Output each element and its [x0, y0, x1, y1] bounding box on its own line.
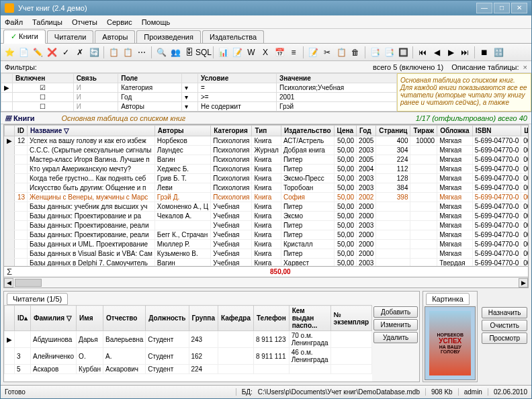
add-button[interactable]: Добавить — [373, 306, 418, 318]
table-row[interactable]: 13Женщины с Венеры, мужчины с МарсГрэй Д… — [5, 193, 529, 202]
toolbar-icon[interactable]: 📋 — [335, 46, 347, 58]
table-row[interactable]: Базы данных: Проектирование и раЧекалов … — [5, 212, 529, 221]
readers-grid[interactable]: ID▴Фамилия ▽ИмяОтчествоДолжностьГруппаКа… — [4, 305, 372, 382]
toolbar-icon[interactable]: ▶ — [445, 46, 457, 58]
toolbar-icon[interactable]: ⏮ — [416, 46, 429, 58]
toolbar-icon[interactable]: ✂ — [321, 46, 333, 58]
toolbar-icon[interactable]: 🗑 — [349, 46, 361, 58]
clear-button[interactable]: Очистить — [482, 320, 527, 331]
status-db-label: БД: — [236, 388, 253, 396]
close-button[interactable]: ✕ — [511, 3, 527, 13]
toolbar-icon[interactable]: 🗄 — [183, 46, 195, 58]
filter-row[interactable]: ☐ИАвторы▾Не содержитГрэй — [1, 102, 397, 112]
horizontal-scrollbar[interactable]: ◀ ▶ — [3, 277, 529, 288]
toolbar-icon[interactable]: 📊 — [217, 46, 229, 58]
toolbar-icon[interactable]: 📑 — [383, 46, 395, 58]
readers-tab[interactable]: Читатели (1/5) — [7, 293, 68, 305]
toolbar-icon[interactable]: ⏹ — [478, 46, 490, 58]
scroll-left-icon[interactable]: ◀ — [4, 278, 13, 287]
reader-row[interactable]: ▶АбдушиноваДарьяВалерьевнаСтудент2438 91… — [5, 331, 372, 348]
toolbar-icon[interactable]: 🔲 — [397, 46, 409, 58]
toolbar-icon[interactable]: ✗ — [74, 46, 86, 58]
toolbar-icon[interactable]: 🔍 — [155, 46, 167, 58]
filter-grid[interactable]: ВключенСвязьПолеУсловиеЗначение▶☑ИКатего… — [1, 73, 397, 112]
status-ready: Готово — [5, 388, 230, 396]
reader-row[interactable]: 5АскаровКурбанАскаровичСтудент224 — [5, 365, 372, 374]
menu-reports[interactable]: Отчеты — [72, 18, 97, 26]
filter-header: Фильтры: всего 5 (включено 1) Описание т… — [1, 61, 531, 73]
cover-text: НА ВАШУ ГОЛОВУ — [429, 345, 471, 354]
tab-Авторы[interactable]: Авторы — [95, 30, 135, 43]
toolbar-icon[interactable]: ≡ — [287, 46, 300, 58]
toolbar-icon[interactable]: ✓ — [60, 46, 72, 58]
table-row[interactable]: Мастер-класс Игоря Вагина. Лучшие пВагин… — [5, 155, 529, 165]
status-db-path: C:\Users\p\Documents\Учет книг\DemoDatab… — [258, 388, 420, 396]
reader-row[interactable]: 3АлейниченкоО.А.Студент1628 911 11146 о.… — [5, 348, 372, 365]
delete-button[interactable]: Удалить — [373, 332, 418, 343]
toolbar-icon[interactable]: 👥 — [169, 46, 181, 58]
menu-tables[interactable]: Таблицы — [32, 18, 62, 26]
app-icon — [5, 3, 14, 13]
toolbar-icon[interactable]: SQL — [197, 46, 210, 58]
toolbar-icon[interactable]: ◀ — [431, 46, 443, 58]
toolbar-icon[interactable]: ❌ — [46, 46, 58, 58]
toolbar-icon[interactable]: 📑 — [369, 46, 381, 58]
tab-Книги[interactable]: ✓Книги — [3, 30, 46, 44]
grid-desc: Основная таблица со списком книг — [62, 114, 416, 122]
scroll-right-icon[interactable]: ▶ — [519, 278, 528, 287]
toolbar-icon[interactable]: 📋 — [107, 46, 120, 58]
toolbar-icon[interactable]: ⏭ — [459, 46, 471, 58]
table-row[interactable]: Когда тебе грустно... Как поднять себГри… — [5, 174, 529, 183]
menu-file[interactable]: Файл — [5, 18, 23, 26]
toolbar-icon[interactable]: 📋 — [122, 46, 134, 58]
toolbar-icon[interactable]: X — [259, 46, 271, 58]
filter-label: Фильтры: — [5, 63, 373, 71]
table-row[interactable]: Базы данных: Проектирование, реалиБегг К… — [5, 230, 529, 240]
tab-Читатели[interactable]: Читатели — [47, 30, 94, 43]
toolbar-icon[interactable]: W — [245, 46, 257, 58]
toolbar-icon[interactable]: 📅 — [273, 46, 285, 58]
readers-tab-row: Читатели (1/5) — [4, 292, 419, 305]
menubar: Файл Таблицы Отчеты Сервис Помощь — [1, 15, 531, 29]
tab-Издательства[interactable]: Издательства — [202, 30, 264, 43]
table-row[interactable]: Базы данных и UML. ПроектированиеМюллер … — [5, 240, 529, 249]
picture-tab[interactable]: Картинка — [426, 293, 470, 305]
main-tabs: ✓КнигиЧитателиАвторыПроизведенияИздатель… — [1, 29, 531, 44]
toolbar-icon[interactable]: 🔠 — [492, 46, 504, 58]
table-row[interactable]: Кто украл Американскую мечту?Хеджес Б.Пс… — [5, 165, 529, 174]
toolbar-icon[interactable]: 📝 — [307, 46, 319, 58]
table-row[interactable]: Базы данных: учебник для высших учХомоне… — [5, 202, 529, 212]
scroll-thumb[interactable] — [15, 279, 42, 287]
books-grid[interactable]: IDНазвание ▽АвторыКатегорияТипИздательст… — [3, 124, 529, 267]
toolbar-icon[interactable]: 📄 — [17, 46, 30, 58]
filter-row[interactable]: ☐ИГод▾>=2001 — [1, 93, 397, 102]
maximize-button[interactable]: □ — [494, 3, 510, 13]
status-date: 02.06.2010 — [488, 388, 527, 396]
grid-name: Книги — [13, 114, 34, 122]
tab-Произведения[interactable]: Произведения — [136, 30, 201, 43]
table-row[interactable]: Искусство быть другим: Общение и пЛевиПс… — [5, 183, 529, 193]
menu-service[interactable]: Сервис — [107, 18, 132, 26]
table-row[interactable]: С.С.С. (Скрытые сексуальные сигналыЛаунд… — [5, 146, 529, 155]
view-button[interactable]: Просмотр — [482, 332, 527, 344]
close-desc-icon[interactable]: × — [523, 63, 527, 71]
menu-help[interactable]: Помощь — [142, 18, 171, 26]
toolbar-icon[interactable]: ⋯ — [136, 46, 148, 58]
toolbar-icon[interactable]: ⭐ — [3, 46, 15, 58]
toolbar-icon[interactable]: 🔄 — [88, 46, 100, 58]
table-row[interactable]: ▶12Успех на вашу голову и как его избежН… — [5, 136, 529, 146]
assign-button[interactable]: Назначить — [482, 307, 527, 318]
grid-status: 1/17 (отфильтровано) всего 40 — [416, 114, 527, 122]
book-cover-image[interactable]: НОРБЕКОВ УСПЕХ НА ВАШУ ГОЛОВУ — [425, 306, 476, 380]
minimize-button[interactable]: — — [476, 3, 492, 13]
table-row[interactable]: Базы данных в Visual Basic и VBA: СамКуз… — [5, 249, 529, 259]
filter-row[interactable]: ▶☑ИКатегория▾=Психология;Учебная — [1, 83, 397, 93]
window-title: Учет книг (2.4 демо) — [18, 4, 476, 12]
toolbar-icon[interactable]: 📝 — [231, 46, 243, 58]
edit-button[interactable]: Изменить — [373, 319, 418, 330]
desc-label: Описание таблицы: — [451, 63, 519, 71]
toolbar-icon[interactable]: ✏️ — [32, 46, 44, 58]
filter-summary: всего 5 (включено 1) — [373, 63, 443, 71]
table-row[interactable]: Базы данных: Проектирование, реалиУчебна… — [5, 221, 529, 230]
table-row[interactable]: Базы данных в Delphi 7. СамоучительВагин… — [5, 259, 529, 267]
